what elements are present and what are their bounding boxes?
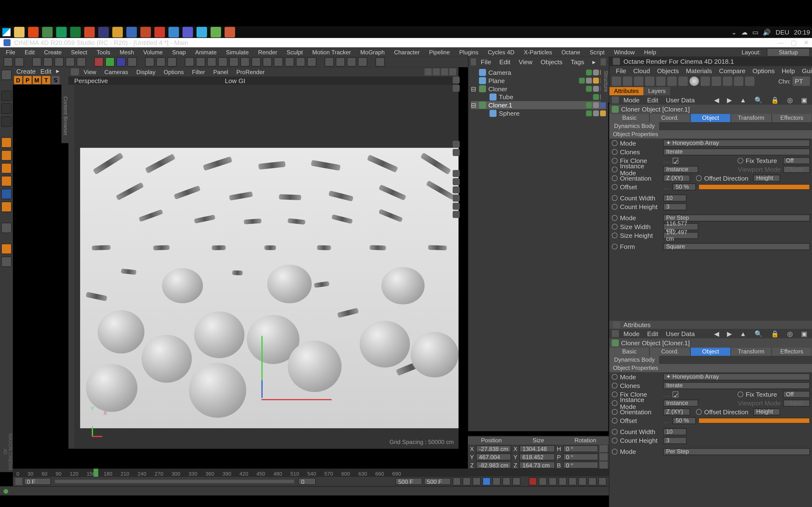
menu-pipeline[interactable]: Pipeline [425, 48, 453, 56]
palette-p-icon[interactable]: P [23, 76, 32, 84]
oct-menu-help[interactable]: Help [779, 67, 798, 75]
tag-icon[interactable] [600, 110, 606, 116]
om-menu-objects[interactable]: Objects [537, 58, 566, 66]
tag-icon[interactable] [593, 69, 599, 75]
taskbar-app-icon[interactable] [84, 27, 95, 38]
taskbar-app-icon[interactable] [42, 27, 53, 38]
tag-icon[interactable] [593, 102, 599, 108]
viewport-solo-icon[interactable] [1, 223, 12, 233]
uv-poly-icon[interactable] [1, 189, 12, 200]
tag-icon[interactable] [586, 102, 592, 108]
viewport-canvas[interactable]: Y X Grid Spacing : 50000 cm [74, 85, 458, 449]
oct-chn-dropdown[interactable]: PT [793, 76, 810, 86]
tag-icon[interactable] [593, 78, 599, 83]
tray-chevron-icon[interactable]: ⌄ [731, 28, 737, 36]
layout-dropdown[interactable]: Startup [767, 48, 810, 56]
point-mode-icon[interactable] [1, 137, 12, 148]
vp-tool-icon[interactable] [453, 170, 460, 177]
model-mode-icon[interactable] [1, 91, 12, 101]
oct-menu-objects[interactable]: Objects [654, 67, 682, 75]
orientation-dropdown[interactable]: Z (XY) [663, 174, 690, 181]
palette-s-icon[interactable]: S [51, 76, 60, 84]
search-icon[interactable]: 🔍 [752, 96, 766, 104]
vp-menu-display[interactable]: Display [133, 68, 159, 75]
frame-end-field[interactable]: 500 F [395, 478, 422, 485]
tab-object[interactable]: Object [691, 114, 731, 122]
tab-dynamics-body[interactable]: Dynamics Body [609, 122, 660, 130]
cursor-tool-icon[interactable] [1, 69, 12, 80]
menu-tools[interactable]: Tools [93, 48, 114, 56]
tool-icon[interactable] [230, 57, 239, 67]
move-tool-icon[interactable] [43, 57, 53, 67]
tray-network-icon[interactable]: ▭ [752, 28, 758, 36]
tag-icon[interactable] [586, 78, 592, 83]
tree-item-cloner[interactable]: ⊟ Cloner [471, 85, 606, 93]
oct-menu-file[interactable]: File [613, 67, 629, 75]
menu-cycles4d[interactable]: Cycles 4D [484, 48, 518, 56]
menu-file[interactable]: File [2, 48, 19, 56]
tool-icon[interactable] [336, 57, 345, 67]
key-button[interactable] [578, 477, 587, 486]
vp-menu-filter[interactable]: Filter [189, 68, 209, 75]
fixtexture-dropdown[interactable]: Off [783, 391, 810, 398]
gizmo-x-axis[interactable] [261, 399, 332, 400]
tool-icon[interactable] [185, 57, 194, 67]
menu-render[interactable]: Render [254, 48, 281, 56]
lock-icon[interactable]: 🔒 [768, 329, 782, 338]
key-button[interactable] [558, 477, 567, 486]
pos-field[interactable]: -27.838 cm [476, 445, 511, 452]
countwidth-field[interactable]: 10 [663, 428, 687, 435]
nav-back-icon[interactable]: ◀ [711, 329, 722, 338]
enable-axis-icon[interactable] [1, 202, 12, 212]
viewport-3d[interactable]: Y X Grid Spacing : 50000 cm [68, 85, 458, 449]
nav-up-icon[interactable]: ▲ [737, 96, 749, 104]
mode-dropdown[interactable]: ✦ Honeycomb Array [663, 373, 810, 380]
offset-field[interactable]: 50 % [673, 183, 696, 190]
texture-mode-icon[interactable] [1, 116, 12, 127]
new-window-icon[interactable]: ▣ [798, 329, 810, 338]
tab-attributes[interactable]: Attributes [609, 87, 644, 95]
taskbar-app-icon[interactable] [112, 27, 123, 38]
tab-transform[interactable]: Transform [731, 114, 772, 122]
tool-icon[interactable] [358, 57, 367, 67]
oct-tool-icon[interactable] [645, 76, 654, 86]
vp-tool-icon[interactable] [453, 76, 460, 83]
oct-settings-icon[interactable] [667, 76, 677, 86]
object-tree[interactable]: Camera Plane ⊟ Cloner Tube ⊟ Cloner.1 [468, 67, 608, 119]
om-menu-tags[interactable]: Tags [567, 58, 588, 66]
vp-menu-options[interactable]: Options [160, 68, 187, 75]
fixtexture-dropdown[interactable]: Off [783, 157, 810, 164]
vp-nav-icon[interactable] [424, 68, 432, 75]
close-button[interactable]: ✕ [804, 39, 809, 46]
vp-tool-icon[interactable] [453, 211, 460, 218]
loop-button[interactable] [512, 477, 520, 486]
redo-button[interactable] [15, 57, 24, 67]
coord-sys-toggle[interactable] [128, 57, 137, 67]
tray-language[interactable]: DEU [775, 29, 789, 36]
oct-tool-icon[interactable] [712, 76, 721, 86]
tab-layers[interactable]: Layers [644, 87, 670, 95]
goto-start-button[interactable] [453, 477, 461, 486]
fixclone-checkbox[interactable]: ✓ [673, 157, 678, 163]
vp-tool-icon[interactable] [453, 178, 460, 185]
content-browser-tab[interactable]: Content Browser [61, 85, 68, 143]
menu-mesh[interactable]: Mesh [116, 48, 137, 56]
nav-back-icon[interactable]: ◀ [711, 96, 722, 104]
orientation-dropdown[interactable]: Z (XY) [663, 408, 690, 415]
tree-item-tube[interactable]: Tube [471, 93, 606, 101]
viewport-gizmo[interactable] [261, 336, 263, 389]
tree-item-camera[interactable]: Camera [471, 68, 606, 76]
tool-icon[interactable] [285, 57, 294, 67]
attr-menu-edit[interactable]: Edit [644, 96, 661, 104]
attr-menu-edit[interactable]: Edit [644, 330, 661, 338]
oct-tool-icon[interactable] [678, 76, 688, 86]
tool-icon[interactable] [252, 57, 261, 67]
key-button[interactable] [598, 477, 607, 486]
tag-icon[interactable] [586, 86, 592, 92]
offsetdir-dropdown[interactable]: Height [753, 408, 780, 415]
frame-current-field[interactable]: 0 [298, 478, 316, 485]
tag-icon[interactable] [579, 78, 585, 83]
edge-mode-icon[interactable] [1, 150, 12, 161]
gizmo-z-axis[interactable] [261, 380, 263, 398]
menu-help[interactable]: Help [641, 48, 660, 56]
